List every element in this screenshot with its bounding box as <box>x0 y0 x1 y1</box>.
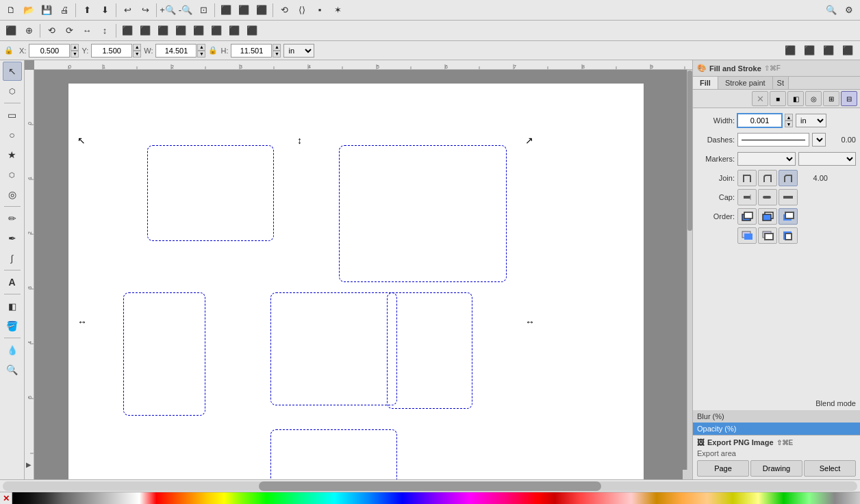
print-button[interactable]: 🖨 <box>56 2 73 18</box>
new-button[interactable]: 🗋 <box>3 2 19 18</box>
paint-bucket-tool[interactable]: 🪣 <box>3 316 22 336</box>
y-spin-up[interactable]: ▲ <box>133 44 141 51</box>
tab-fill[interactable]: Fill <box>693 77 718 89</box>
pos3-btn[interactable]: ⬛ <box>839 42 856 59</box>
preferences-button[interactable]: ⚙ <box>841 2 857 18</box>
x-spin-down[interactable]: ▼ <box>71 51 79 58</box>
redo-button[interactable]: ↪ <box>137 2 153 18</box>
h-input[interactable] <box>231 44 272 58</box>
scrollbar-thumb-h[interactable] <box>259 481 600 491</box>
save-button[interactable]: 💾 <box>38 2 55 18</box>
text-tool[interactable]: A <box>3 273 22 292</box>
order-btn4[interactable] <box>737 227 757 244</box>
fill-pattern-btn[interactable]: ⊞ <box>823 91 839 106</box>
undo-button[interactable]: ↩ <box>119 2 136 18</box>
import-button[interactable]: ⬆ <box>79 2 95 18</box>
shape-box4[interactable] <box>270 292 397 405</box>
tab-stroke-paint[interactable]: Stroke paint <box>718 77 773 89</box>
order-btn6[interactable] <box>779 227 798 244</box>
snap-nodes[interactable]: ⊕ <box>21 23 37 39</box>
width-unit-select[interactable]: in px mm <box>796 114 826 127</box>
circle-tool[interactable]: ○ <box>3 125 22 144</box>
calligraphy-tool[interactable]: ∫ <box>3 249 22 268</box>
join-miter-btn[interactable] <box>737 170 757 186</box>
fill-none-btn[interactable]: ✕ <box>752 91 768 106</box>
shape-box2[interactable] <box>339 145 507 282</box>
transform-button[interactable]: ⟲ <box>276 2 292 18</box>
join-bevel-btn[interactable] <box>779 170 798 186</box>
zoom-fit-button[interactable]: ⊡ <box>195 2 212 18</box>
node-tool[interactable]: ⬡ <box>3 81 22 101</box>
fill-radial-btn[interactable]: ◎ <box>805 91 822 106</box>
shape-box6[interactable] <box>270 429 397 479</box>
selection-handle-topleft[interactable]: ↖ <box>77 135 86 146</box>
order-fill-stroke-btn[interactable] <box>779 208 798 225</box>
layers-button[interactable]: ▪ <box>312 2 328 18</box>
transform-btn[interactable]: ⬛ <box>782 42 798 59</box>
color-palette[interactable]: ✕ <box>0 492 860 504</box>
no-color-btn[interactable]: ✕ <box>0 492 12 505</box>
width-input[interactable] <box>737 114 782 127</box>
x-spin-up[interactable]: ▲ <box>71 44 79 51</box>
tb2-btn6[interactable]: ⬛ <box>208 23 225 39</box>
w-spin-up[interactable]: ▲ <box>197 44 205 51</box>
canvas-inner[interactable]: ↖ ↗ ↔ ↔ ↙ ↘ ↕ ↕ <box>34 70 692 479</box>
export-button[interactable]: ⬇ <box>97 2 113 18</box>
marker-start-select[interactable] <box>737 152 796 166</box>
distribute-button[interactable]: ⬛ <box>253 2 270 18</box>
cap-butt-btn[interactable] <box>737 189 757 205</box>
dropper-tool[interactable]: 💧 <box>3 340 22 360</box>
fill-flat-btn[interactable]: ■ <box>770 91 786 106</box>
fill-linear-btn[interactable]: ◧ <box>787 91 804 106</box>
find-button[interactable]: 🔍 <box>823 2 839 18</box>
pen-tool[interactable]: ✒ <box>3 229 22 248</box>
marker-mid-select[interactable] <box>798 152 857 166</box>
align-left-button[interactable]: ⬛ <box>218 2 234 18</box>
blur-row[interactable]: Blur (%) <box>693 410 860 423</box>
3d-box-tool[interactable]: ⬡ <box>3 165 22 184</box>
align-center[interactable]: ⬛ <box>137 23 153 39</box>
h-spin-down[interactable]: ▼ <box>273 51 281 58</box>
scrollbar-thumb-v[interactable] <box>687 71 692 231</box>
drawing-export-btn[interactable]: Drawing <box>750 460 802 477</box>
x-input[interactable] <box>29 44 70 58</box>
rect-tool[interactable]: ▭ <box>3 105 22 125</box>
cap-square-btn[interactable] <box>779 189 798 205</box>
gradient-tool[interactable]: ◧ <box>3 297 22 316</box>
cap-round-btn[interactable] <box>758 189 777 205</box>
open-button[interactable]: 📂 <box>21 2 37 18</box>
width-spin-up[interactable]: ▲ <box>785 114 793 121</box>
shape-box1[interactable] <box>147 145 274 241</box>
w-input[interactable] <box>155 44 197 58</box>
align-right[interactable]: ⬛ <box>155 23 171 39</box>
expand-icon[interactable]: ▶ <box>26 461 31 468</box>
shape-box3[interactable] <box>123 292 205 416</box>
selection-handle-topmid[interactable]: ↕ <box>297 135 302 146</box>
tb2-btn8[interactable]: ⬛ <box>244 23 260 39</box>
align-center-button[interactable]: ⬛ <box>236 2 252 18</box>
width-spin-down[interactable]: ▼ <box>785 121 793 127</box>
unit-select[interactable]: in px mm cm pt <box>283 44 314 58</box>
join-round-btn[interactable] <box>758 170 777 186</box>
color-bar[interactable] <box>12 492 860 505</box>
align-left[interactable]: ⬛ <box>119 23 136 39</box>
selection-handle-midright[interactable]: ↔ <box>525 316 535 327</box>
order-paint-fill-btn[interactable] <box>737 208 757 225</box>
pos-btn[interactable]: ⬛ <box>801 42 818 59</box>
tb2-btn4[interactable]: ↕ <box>97 23 113 39</box>
pencil-tool[interactable]: ✏ <box>3 209 22 228</box>
selection-handle-midleft[interactable]: ↔ <box>77 316 87 327</box>
snap-toggle[interactable]: ⬛ <box>3 23 19 39</box>
symbols-button[interactable]: ✶ <box>329 2 346 18</box>
y-spin-down[interactable]: ▼ <box>133 51 141 58</box>
h-spin-up[interactable]: ▲ <box>273 44 281 51</box>
tb2-btn5[interactable]: ⬛ <box>190 23 207 39</box>
zoom-in-button[interactable]: +🔍 <box>160 2 176 18</box>
dash-select[interactable]: ▾ <box>812 133 826 147</box>
page-export-btn[interactable]: Page <box>697 460 749 477</box>
xml-button[interactable]: ⟨⟩ <box>294 2 310 18</box>
horizontal-scrollbar[interactable] <box>3 481 857 491</box>
vertical-scrollbar[interactable] <box>687 70 692 470</box>
pos2-btn[interactable]: ⬛ <box>820 42 837 59</box>
order-btn5[interactable] <box>758 227 777 244</box>
